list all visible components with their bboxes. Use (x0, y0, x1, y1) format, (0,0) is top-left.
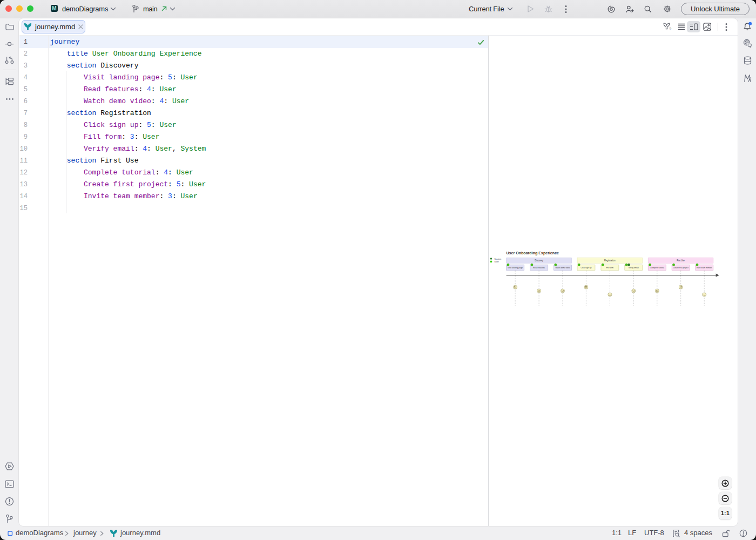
svg-text:System: System (495, 258, 502, 260)
svg-text:Discovery: Discovery (535, 259, 543, 262)
svg-text:Watch demo video: Watch demo video (556, 266, 570, 269)
svg-text:Verify email: Verify email (629, 266, 639, 269)
svg-text:Read features: Read features (533, 266, 545, 269)
svg-text:Fill form: Fill form (606, 266, 614, 269)
svg-text:Click sign up: Click sign up (580, 266, 592, 269)
svg-text:Create first project: Create first project (673, 266, 688, 269)
svg-text:User: User (495, 260, 500, 263)
svg-text:?: ? (669, 26, 671, 31)
svg-text:Visit landing page: Visit landing page (508, 266, 523, 269)
svg-text:Registration: Registration (604, 259, 616, 262)
svg-text:User Onboarding Experience: User Onboarding Experience (507, 251, 559, 255)
svg-text:First Use: First Use (677, 259, 685, 262)
svg-text:Complete tutorial: Complete tutorial (650, 266, 664, 269)
svg-text:Invite team member: Invite team member (697, 266, 712, 269)
